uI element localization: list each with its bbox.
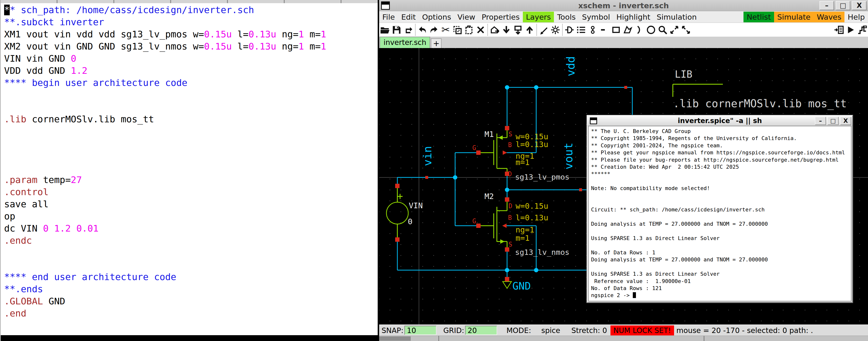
draw-wire-icon (538, 25, 549, 35)
copy-button[interactable] (452, 24, 463, 36)
undo-button[interactable] (416, 24, 428, 36)
menu-edit[interactable]: Edit (398, 12, 419, 22)
code-line (4, 137, 377, 150)
mouse-coordinates: mouse = 20 -170 - selected: 0 path: . (677, 326, 813, 335)
draw-wire-button[interactable] (538, 24, 550, 36)
reload-icon (403, 25, 413, 35)
terminal-line: Using SPARSE 1.3 as Direct Linear Solver (591, 270, 848, 277)
schematic-canvas[interactable]: M1M2VIN0+SGBDw=0.15ul=0.13ung=1m=1sg13_l… (379, 48, 868, 324)
ngspice-terminal-window[interactable]: inverter.spice" -a || sh –□X ** The U. C… (587, 115, 853, 303)
terminal-title: inverter.spice" -a || sh (587, 117, 852, 125)
schematic-text: w=0.15u (516, 202, 548, 211)
reload-button[interactable] (402, 24, 414, 36)
terminal-line: No. of Data Rows : 1 (591, 249, 848, 256)
terminal-output[interactable]: ** The U. C. Berkeley CAD Group** Copyri… (588, 126, 851, 301)
netlist-export-button[interactable] (833, 24, 845, 36)
save-button[interactable] (391, 24, 402, 36)
copy-icon (452, 25, 462, 35)
net-label-pin (579, 188, 582, 191)
horizontal-scrollbar[interactable] (379, 336, 868, 341)
menu-simulation[interactable]: Simulation (653, 12, 700, 22)
new-tab-button[interactable]: + (431, 38, 441, 48)
code-token: op (4, 211, 15, 222)
code-line (4, 101, 377, 113)
zoom-box-button[interactable] (657, 24, 669, 36)
code-token (49, 223, 54, 234)
draw-circle-icon (646, 25, 656, 35)
toggle-light-button[interactable] (550, 24, 561, 36)
code-token: GND (43, 296, 65, 307)
go-parent-button[interactable] (489, 24, 500, 36)
code-token: 0 (43, 223, 49, 234)
code-token: 0.13u (249, 41, 276, 52)
menu-properties[interactable]: Properties (478, 12, 523, 22)
simulate-run-button[interactable] (845, 24, 856, 36)
netlist-code-area[interactable]: ** sch_path: /home/cass/icdesign/inverte… (4, 4, 377, 335)
netlist-editor-panel[interactable]: ** sch_path: /home/cass/icdesign/inverte… (0, 0, 378, 341)
xschem-titlebar[interactable]: xschem - inverter.sch –□X (379, 0, 868, 11)
menubar: FileEditOptionsViewPropertiesLayersTools… (379, 11, 868, 23)
zoom-extents-button[interactable] (680, 24, 692, 36)
terminal-line (591, 242, 848, 249)
terminal-line: Using SPARSE 1.3 as Direct Linear Solver (591, 235, 848, 242)
code-token: **** end user architecture code (4, 272, 176, 282)
insert-pin-button[interactable] (587, 24, 598, 36)
code-token: **.subckt inverter (4, 17, 104, 27)
draw-dash-icon (599, 25, 610, 35)
open-folder-button[interactable] (379, 24, 391, 36)
paste-button[interactable] (463, 24, 475, 36)
code-line: XM1 vout vin vdd vdd sg13_lv_pmos w=0.15… (4, 28, 377, 40)
menu-simulate[interactable]: Simulate (774, 12, 814, 22)
terminal-line (591, 264, 848, 270)
view-waves-button[interactable] (856, 24, 868, 36)
schematic-text: G (472, 217, 476, 225)
zoom-select-button[interactable] (669, 24, 680, 36)
draw-dash-button[interactable] (598, 24, 610, 36)
grid-input[interactable]: 20 (465, 326, 497, 335)
code-line: .endc (4, 235, 377, 247)
tabbar: inverter.sch + (379, 37, 868, 48)
cut-icon: ✂ (440, 25, 451, 35)
snap-input[interactable]: 10 (404, 326, 436, 335)
delete-button[interactable] (475, 24, 487, 36)
menu-waves[interactable]: Waves (814, 12, 844, 22)
schematic-text: l=0.13u (516, 213, 548, 222)
push-schematic-button[interactable] (512, 24, 524, 36)
descend-symbol-button[interactable] (500, 24, 512, 36)
menu-netlist[interactable]: Netlist (743, 12, 774, 22)
redo-button[interactable] (428, 24, 440, 36)
pin-square (505, 277, 509, 281)
delete-icon (475, 25, 486, 35)
menu-file[interactable]: File (379, 12, 398, 22)
draw-polygon-button[interactable] (622, 24, 633, 36)
draw-circle-button[interactable] (645, 24, 657, 36)
menu-tools[interactable]: Tools (554, 12, 579, 22)
code-line: .lib cornerMOSlv.lib mos_tt (4, 113, 377, 125)
menu-layers[interactable]: Layers (523, 12, 554, 22)
menu-help[interactable]: Help (844, 12, 868, 22)
terminal-line (591, 199, 848, 206)
scrollbar-tick (438, 336, 439, 341)
menu-options[interactable]: Options (419, 12, 455, 22)
undo-icon (417, 25, 428, 35)
code-token: cornerMOSlv.lib mos_tt (27, 114, 154, 125)
draw-arc-button[interactable] (633, 24, 645, 36)
code-token: dc VIN (4, 223, 43, 234)
menu-highlight[interactable]: Highlight (613, 12, 653, 22)
insert-symbol-button[interactable] (564, 24, 575, 36)
tab-inverter-sch[interactable]: inverter.sch (380, 37, 430, 48)
code-token: ng= (276, 41, 299, 52)
code-token: VDD vdd GND (4, 65, 71, 76)
code-token: l= (232, 29, 249, 39)
menu-view[interactable]: View (455, 12, 479, 22)
netlist-list-button[interactable] (575, 24, 587, 36)
scrollbar-thumb[interactable] (379, 336, 411, 341)
terminal-line: ** Copyright 1985-1994, Regents of the U… (591, 135, 848, 142)
menu-symbol[interactable]: Symbol (579, 12, 613, 22)
code-token: 1 (299, 29, 304, 39)
go-up-button[interactable] (524, 24, 535, 36)
cut-button[interactable]: ✂ (440, 24, 452, 36)
terminal-titlebar[interactable]: inverter.spice" -a || sh –□X (587, 116, 852, 126)
terminal-line: ** The U. C. Berkeley CAD Group (591, 128, 848, 135)
draw-rect-button[interactable] (610, 24, 622, 36)
